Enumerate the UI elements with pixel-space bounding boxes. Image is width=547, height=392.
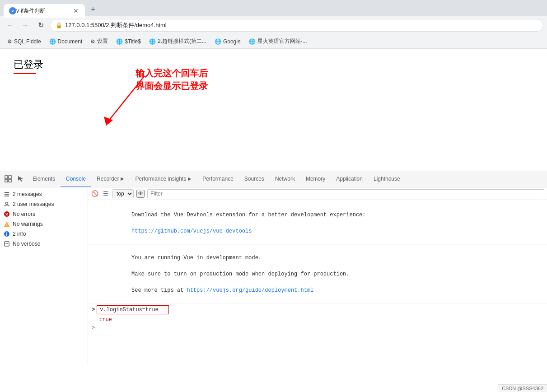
bookmark-link-style[interactable]: 🌐 2.超链接样式(第二... bbox=[145, 36, 210, 47]
tab-network[interactable]: Network bbox=[270, 171, 300, 187]
bookmark-title[interactable]: 🌐 $Title$ bbox=[112, 37, 145, 46]
filter-toggle-btn[interactable]: ☰ bbox=[102, 190, 110, 198]
svg-marker-6 bbox=[18, 176, 23, 182]
tab-performance[interactable]: Performance bbox=[197, 171, 239, 187]
bookmark-globe-icon-5: 🌐 bbox=[215, 38, 221, 45]
status-text: CSDN @SSS4362 bbox=[502, 386, 543, 391]
tab-lighthouse[interactable]: Lighthouse bbox=[368, 171, 406, 187]
reload-btn[interactable]: ↻ bbox=[34, 19, 47, 32]
back-btn[interactable]: ← bbox=[4, 19, 16, 32]
user-messages-label: 2 user messages bbox=[13, 201, 54, 207]
performance-insights-icon: ▶ bbox=[188, 176, 192, 181]
svg-text:!: ! bbox=[6, 223, 8, 227]
console-line-devtools: Download the Vue Devtools extension for … bbox=[88, 202, 547, 245]
tab-performance-insights[interactable]: Performance insights ▶ bbox=[130, 171, 197, 187]
bookmark-google[interactable]: 🌐 Google bbox=[211, 37, 244, 46]
tab-memory-label: Memory bbox=[306, 176, 325, 182]
bookmark-globe-icon-3: 🌐 bbox=[116, 38, 123, 45]
forward-btn[interactable]: → bbox=[19, 19, 32, 32]
bookmark-spark[interactable]: 🌐 星火英语官方网站-... bbox=[245, 36, 311, 47]
filter-messages[interactable]: 2 messages bbox=[0, 189, 88, 199]
tab-sources[interactable]: Sources bbox=[239, 171, 270, 187]
console-input-box[interactable]: v.loginStatus=true bbox=[97, 305, 169, 314]
filter-input[interactable] bbox=[147, 189, 544, 198]
list-icon bbox=[4, 191, 10, 197]
svg-point-10 bbox=[6, 202, 8, 205]
bookmark-globe-icon-2: 🌐 bbox=[49, 38, 56, 45]
filter-user-messages[interactable]: 2 user messages bbox=[0, 199, 88, 209]
console-input-line: > v.loginStatus=true bbox=[88, 304, 547, 316]
user-icon bbox=[4, 201, 10, 207]
tab-recorder[interactable]: Recorder ▶ bbox=[91, 171, 130, 187]
top-selector[interactable]: top bbox=[112, 189, 134, 198]
logged-in-text: 已登录 bbox=[14, 58, 43, 74]
svg-rect-5 bbox=[9, 179, 11, 182]
status-bar: CSDN @SSS4362 bbox=[498, 384, 547, 392]
console-right-panel: 🚫 ☰ top 👁 Download the Vue Devtools exte… bbox=[88, 187, 547, 365]
info-icon: i bbox=[4, 231, 10, 237]
svg-rect-4 bbox=[5, 179, 8, 182]
tab-recorder-label: Recorder bbox=[97, 176, 119, 182]
tab-application-label: Application bbox=[336, 176, 363, 182]
bookmark-settings[interactable]: ⚙ 设置 bbox=[87, 36, 112, 47]
bookmarks-bar: ⚙ SQL Fiddle 🌐 Document ⚙ 设置 🌐 $Title$ 🌐… bbox=[0, 34, 547, 49]
warnings-label: No warnings bbox=[13, 221, 43, 227]
console-next-prompt[interactable]: > bbox=[88, 324, 547, 332]
result-value: true bbox=[99, 317, 112, 323]
warning-icon: ! bbox=[4, 221, 10, 227]
svg-text:i: i bbox=[6, 232, 8, 237]
lock-icon: 🔒 bbox=[56, 22, 62, 28]
bookmark-label-3: 设置 bbox=[97, 37, 108, 45]
filter-verbose[interactable]: No verbose bbox=[0, 239, 88, 249]
verbose-label: No verbose bbox=[13, 241, 40, 247]
annotation: 输入完这个回车后 界面会显示已登录 bbox=[136, 67, 208, 92]
bookmark-sql-fiddle[interactable]: ⚙ SQL Fiddle bbox=[4, 37, 45, 46]
svg-rect-3 bbox=[9, 176, 11, 178]
bookmark-globe-icon-6: 🌐 bbox=[249, 38, 256, 45]
clear-console-btn[interactable]: 🚫 bbox=[91, 190, 99, 198]
filter-warnings[interactable]: ! No warnings bbox=[0, 219, 88, 229]
nav-bar: ← → ↻ 🔒 127.0.0.1:5500/2.判断条件/demo4.html bbox=[0, 16, 547, 34]
bookmark-label-2: Document bbox=[58, 38, 83, 45]
url-text: 127.0.0.1:5500/2.判断条件/demo4.html bbox=[65, 21, 167, 29]
eye-btn[interactable]: 👁 bbox=[136, 190, 145, 198]
tab-sources-label: Sources bbox=[244, 176, 264, 182]
tab-application[interactable]: Application bbox=[331, 171, 368, 187]
tab-close-btn[interactable]: ✕ bbox=[72, 7, 79, 14]
bookmark-globe-icon: ⚙ bbox=[7, 38, 12, 45]
address-bar[interactable]: 🔒 127.0.0.1:5500/2.判断条件/demo4.html bbox=[50, 19, 543, 32]
deployment-link[interactable]: https://vuejs.org/guide/deployment.html bbox=[187, 287, 313, 294]
svg-text:✕: ✕ bbox=[5, 212, 9, 217]
filter-errors[interactable]: ✕ No errors bbox=[0, 209, 88, 219]
filter-panel: 2 messages 2 user messages ✕ No errors ! bbox=[0, 187, 88, 365]
messages-count-label: 2 messages bbox=[13, 191, 42, 197]
devtools-body: 2 messages 2 user messages ✕ No errors ! bbox=[0, 187, 547, 365]
cursor-icon[interactable] bbox=[14, 171, 27, 187]
console-prompt: > bbox=[92, 307, 95, 313]
bookmark-label-6: Google bbox=[223, 38, 241, 45]
tab-lighthouse-label: Lighthouse bbox=[374, 176, 400, 182]
new-tab-btn[interactable]: + bbox=[87, 3, 99, 16]
verbose-icon bbox=[4, 241, 10, 247]
inspect-icon[interactable] bbox=[2, 171, 14, 187]
bookmark-label: SQL Fiddle bbox=[14, 38, 41, 45]
tab-elements-label: Elements bbox=[33, 176, 55, 182]
devtools-panel: Elements Console Recorder ▶ Performance … bbox=[0, 171, 547, 365]
page-content: 已登录 输入完这个回车后 界面会显示已登录 bbox=[0, 49, 547, 171]
tab-performance-insights-label: Performance insights bbox=[135, 176, 186, 182]
tab-console[interactable]: Console bbox=[61, 171, 91, 187]
console-toolbar: 🚫 ☰ top 👁 bbox=[88, 187, 547, 200]
recorder-icon: ▶ bbox=[121, 176, 124, 181]
svg-rect-17 bbox=[5, 242, 9, 246]
filter-info[interactable]: i 2 info bbox=[0, 229, 88, 239]
bookmark-document[interactable]: 🌐 Document bbox=[46, 37, 86, 46]
errors-label: No errors bbox=[13, 211, 35, 217]
tab-elements[interactable]: Elements bbox=[27, 171, 61, 187]
tab-memory[interactable]: Memory bbox=[300, 171, 331, 187]
active-tab[interactable]: v v-if条件判断 ✕ bbox=[4, 4, 85, 18]
error-icon: ✕ bbox=[4, 211, 10, 217]
gear-icon: ⚙ bbox=[90, 38, 95, 45]
tab-title: v-if条件判断 bbox=[16, 7, 69, 15]
console-output: Download the Vue Devtools extension for … bbox=[88, 200, 547, 365]
vue-devtools-link[interactable]: https://github.com/vuejs/vue-devtools bbox=[131, 228, 252, 234]
